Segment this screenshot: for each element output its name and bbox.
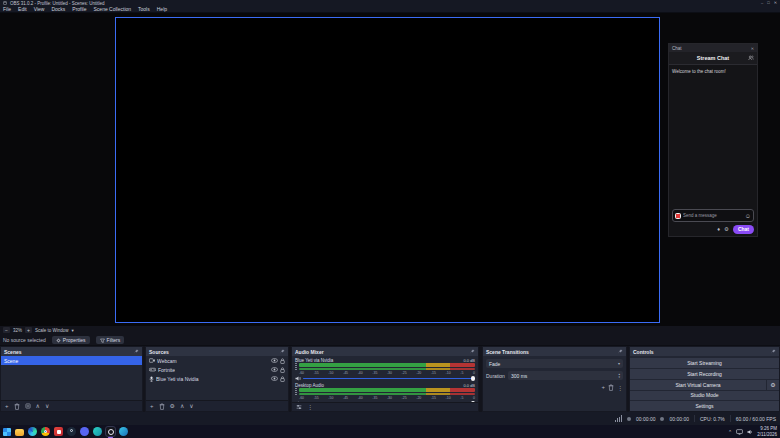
source-properties-gear-icon[interactable]: ⚙: [170, 402, 175, 410]
stream-time: 00:00:00: [636, 416, 655, 422]
menu-profile[interactable]: Profile: [72, 6, 86, 12]
obs-taskbar-icon[interactable]: [106, 427, 115, 436]
source-item-webcam[interactable]: Webcam: [146, 356, 288, 365]
add-scene-button[interactable]: +: [5, 402, 9, 410]
chat-send-button[interactable]: Chat: [733, 225, 754, 234]
scene-transitions-header[interactable]: Scene Transitions: [483, 347, 626, 356]
channel-badge-icon: [675, 213, 681, 219]
lock-icon[interactable]: [280, 376, 285, 382]
emote-picker-icon[interactable]: ☺: [745, 213, 751, 219]
pin-icon[interactable]: [618, 349, 623, 354]
move-source-up-button[interactable]: ∧: [180, 402, 184, 410]
pin-icon[interactable]: [134, 349, 139, 354]
add-source-button[interactable]: +: [150, 402, 154, 410]
bits-icon[interactable]: ♦: [717, 226, 720, 232]
virtual-camera-config-gear-icon[interactable]: ⚙: [767, 380, 779, 390]
volume-slider[interactable]: [303, 376, 475, 381]
remove-transition-button[interactable]: [608, 384, 614, 391]
scale-mode-caret-icon[interactable]: ▾: [72, 328, 74, 333]
app-icon-teal-2[interactable]: [119, 427, 128, 436]
chat-dock-titlebar[interactable]: Chat ✕: [669, 44, 757, 52]
start-button[interactable]: [3, 428, 11, 436]
zoom-out-button[interactable]: −: [3, 327, 10, 333]
scene-filters-button[interactable]: [25, 403, 31, 409]
steam-icon[interactable]: [67, 427, 76, 436]
menu-edit[interactable]: Edit: [18, 6, 27, 12]
menu-tools[interactable]: Tools: [138, 6, 150, 12]
move-source-down-button[interactable]: ∨: [189, 402, 193, 410]
taskbar-clock[interactable]: 9:26 PM 2/11/2026: [757, 426, 777, 437]
settings-button[interactable]: Settings: [630, 401, 779, 411]
channel-grip-icon[interactable]: [295, 388, 297, 395]
preview-canvas[interactable]: [115, 17, 660, 323]
lock-icon[interactable]: [280, 358, 285, 364]
start-streaming-button[interactable]: Start Streaming: [630, 358, 779, 368]
studio-mode-button[interactable]: Studio Mode: [630, 391, 779, 401]
chat-actions-row: ♦ ⚙ Chat: [669, 222, 757, 236]
volume-meter: [299, 388, 475, 392]
menu-scene-collection[interactable]: Scene Collection: [94, 6, 132, 12]
filters-button[interactable]: Filters: [96, 336, 125, 344]
mixer-menu-kebab-icon[interactable]: ⋮: [307, 403, 313, 411]
chat-message-list: Welcome to the chat room!: [669, 65, 757, 209]
discord-icon[interactable]: [80, 427, 89, 436]
scale-mode-select[interactable]: Scale to Window: [35, 328, 69, 333]
source-item-fortnite[interactable]: Fortnite: [146, 365, 288, 374]
pin-icon[interactable]: [280, 349, 285, 354]
workspace: Chat ✕ Stream Chat Welcome to the chat r…: [0, 13, 780, 326]
menu-file[interactable]: File: [3, 6, 11, 12]
volume-slider[interactable]: [303, 401, 475, 403]
mail-app-icon[interactable]: [54, 427, 63, 436]
move-scene-up-button[interactable]: ∧: [36, 402, 40, 410]
volume-slider-handle[interactable]: [471, 376, 476, 381]
properties-button[interactable]: Properties: [52, 336, 90, 344]
duration-down-icon[interactable]: ▾: [618, 376, 620, 379]
speaker-icon[interactable]: [295, 376, 301, 381]
zoom-in-button[interactable]: +: [25, 327, 32, 333]
start-virtual-camera-button[interactable]: Start Virtual Camera: [630, 380, 766, 390]
pin-icon[interactable]: [470, 349, 475, 354]
menu-view[interactable]: View: [34, 6, 45, 12]
audio-mixer-header[interactable]: Audio Mixer: [292, 347, 478, 356]
app-icon-teal[interactable]: [93, 427, 102, 436]
chat-dock-close-icon[interactable]: ✕: [751, 46, 754, 51]
mixer-config-icon[interactable]: [296, 404, 302, 410]
scene-list-item[interactable]: Scene: [1, 356, 142, 365]
add-transition-button[interactable]: +: [601, 384, 605, 391]
fps-counter: 60.00 / 60.00 FPS: [736, 416, 776, 422]
sources-toolbar: + ⚙ ∧ ∨: [146, 400, 288, 411]
sources-dock-header[interactable]: Sources: [146, 347, 288, 356]
visibility-eye-icon[interactable]: [271, 367, 278, 372]
remove-source-button[interactable]: [159, 403, 165, 410]
controls-header[interactable]: Controls: [630, 347, 779, 356]
duration-spinbox[interactable]: 300 ms ▴▾: [508, 371, 623, 380]
remove-scene-button[interactable]: [14, 403, 20, 410]
transition-properties-kebab-icon[interactable]: ⋮: [617, 384, 623, 391]
menu-help[interactable]: Help: [157, 6, 167, 12]
visibility-eye-icon[interactable]: [271, 358, 278, 363]
lock-icon[interactable]: [280, 367, 285, 373]
channel-grip-icon[interactable]: [295, 363, 297, 370]
file-explorer-icon[interactable]: [15, 429, 24, 436]
chat-input-box[interactable]: ☺: [672, 209, 754, 222]
source-item-blue-yeti[interactable]: Blue Yeti via Nvidia: [146, 374, 288, 383]
tray-chevron-up-icon[interactable]: ⌃: [728, 429, 732, 435]
volume-slider-handle[interactable]: [471, 401, 476, 402]
pin-icon[interactable]: [771, 349, 776, 354]
edge-icon[interactable]: [28, 427, 37, 436]
scenes-dock-header[interactable]: Scenes: [1, 347, 142, 356]
chat-message-input[interactable]: [683, 213, 743, 218]
visibility-eye-icon[interactable]: [271, 376, 278, 381]
chrome-icon[interactable]: [41, 427, 50, 436]
chat-settings-gear-icon[interactable]: ⚙: [724, 226, 729, 232]
tray-monitor-icon[interactable]: [736, 429, 743, 435]
speaker-icon[interactable]: [295, 401, 301, 403]
window-title: OBS 31.0.2 - Profile: Untitled - Scenes:…: [10, 1, 105, 6]
start-recording-button[interactable]: Start Recording: [630, 369, 779, 379]
move-scene-down-button[interactable]: ∨: [45, 402, 49, 410]
tray-speaker-icon[interactable]: [747, 429, 753, 435]
menu-docks[interactable]: Docks: [51, 6, 65, 12]
transition-select[interactable]: Fade ▾: [486, 359, 623, 368]
viewers-icon[interactable]: [748, 55, 754, 61]
scene-transitions-dock: Scene Transitions Fade ▾ Duration 300 ms…: [482, 346, 627, 412]
